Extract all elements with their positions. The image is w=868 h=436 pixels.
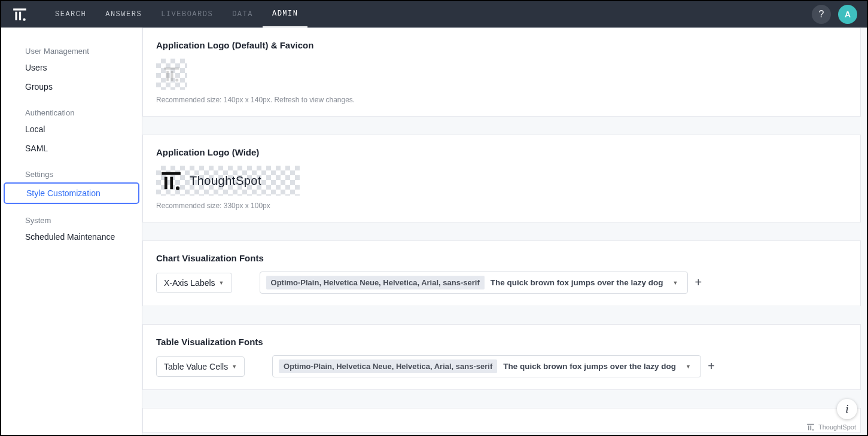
- nav-tab-data[interactable]: DATA: [223, 1, 263, 28]
- footer-brand: ThoughtSpot: [806, 423, 856, 431]
- svg-rect-13: [808, 426, 809, 431]
- logo-wide-upload[interactable]: ThoughtSpot: [156, 166, 300, 196]
- svg-point-3: [23, 19, 25, 21]
- svg-rect-10: [170, 177, 173, 190]
- font-family-tag: Optimo-Plain, Helvetica Neue, Helvetica,…: [279, 359, 497, 373]
- hint-text: Recommended size: 330px x 100px: [156, 202, 847, 210]
- info-fab-button[interactable]: i: [837, 399, 857, 419]
- section-logo-wide: Application Logo (Wide) ThoughtSpot Reco…: [142, 135, 861, 222]
- sidebar-item-saml[interactable]: SAML: [1, 139, 142, 158]
- svg-rect-8: [162, 172, 181, 175]
- svg-rect-12: [807, 424, 814, 425]
- help-icon[interactable]: ?: [812, 5, 831, 24]
- sidebar-item-style-customization[interactable]: Style Customization: [4, 182, 139, 204]
- main-content: Application Logo (Default) & Favicon Rec…: [142, 28, 867, 435]
- sidebar-item-users[interactable]: Users: [1, 58, 142, 77]
- svg-rect-2: [19, 12, 21, 20]
- svg-rect-4: [165, 68, 179, 70]
- section-title: Chart Visualization Fonts: [156, 253, 847, 263]
- nav-tab-search[interactable]: SEARCH: [45, 1, 96, 28]
- chevron-down-icon: ▼: [669, 280, 682, 286]
- section-logo-default: Application Logo (Default) & Favicon Rec…: [142, 28, 861, 117]
- svg-rect-6: [171, 71, 173, 81]
- section-chart-fonts: Chart Visualization Fonts X-Axis Labels …: [142, 240, 861, 306]
- add-font-button[interactable]: +: [692, 276, 705, 289]
- dropdown-value: X-Axis Labels: [164, 278, 215, 288]
- svg-point-11: [176, 187, 179, 190]
- font-sample-text: The quick brown fox jumps over the lazy …: [503, 362, 676, 371]
- section-table-fonts: Table Visualization Fonts Table Value Ce…: [142, 324, 861, 390]
- table-font-select[interactable]: Optimo-Plain, Helvetica Neue, Helvetica,…: [272, 355, 701, 377]
- footer-brand-text: ThoughtSpot: [818, 423, 856, 431]
- svg-rect-5: [166, 71, 169, 81]
- top-nav: SEARCH ANSWERS LIVEBOARDS DATA ADMIN ? A: [1, 1, 867, 28]
- avatar[interactable]: A: [838, 5, 857, 24]
- section-title: Application Logo (Wide): [156, 147, 847, 157]
- svg-rect-0: [13, 8, 26, 10]
- svg-rect-9: [165, 177, 167, 190]
- admin-sidebar: User Management Users Groups Authenticat…: [1, 28, 142, 435]
- brand-word: ThoughtSpot: [190, 174, 261, 188]
- brand-mark-icon: [806, 423, 815, 431]
- app-logo-icon[interactable]: [11, 5, 29, 23]
- chevron-down-icon: ▼: [232, 364, 237, 370]
- sidebar-item-local[interactable]: Local: [1, 120, 142, 139]
- sidebar-head-system: System: [1, 211, 142, 227]
- chevron-down-icon: ▼: [219, 280, 224, 286]
- sidebar-item-scheduled-maintenance[interactable]: Scheduled Maintenance: [1, 227, 142, 246]
- add-font-button[interactable]: +: [705, 359, 718, 373]
- svg-rect-14: [810, 426, 811, 431]
- svg-point-7: [175, 79, 178, 82]
- sidebar-head-authentication: Authentication: [1, 103, 142, 120]
- chevron-down-icon: ▼: [682, 364, 695, 370]
- nav-tabs: SEARCH ANSWERS LIVEBOARDS DATA ADMIN: [45, 1, 307, 28]
- nav-tab-admin[interactable]: ADMIN: [263, 2, 308, 28]
- sidebar-head-user-management: User Management: [1, 42, 142, 58]
- table-font-target-dropdown[interactable]: Table Value Cells ▼: [156, 356, 245, 377]
- chart-font-select[interactable]: Optimo-Plain, Helvetica Neue, Helvetica,…: [260, 272, 689, 294]
- logo-default-upload[interactable]: [156, 59, 187, 90]
- font-sample-text: The quick brown fox jumps over the lazy …: [491, 278, 663, 287]
- sidebar-item-groups[interactable]: Groups: [1, 77, 142, 96]
- nav-tab-liveboards[interactable]: LIVEBOARDS: [151, 1, 223, 28]
- chart-font-target-dropdown[interactable]: X-Axis Labels ▼: [156, 273, 232, 293]
- svg-rect-1: [15, 12, 17, 20]
- section-title: Application Logo (Default) & Favicon: [156, 40, 847, 50]
- svg-point-15: [812, 429, 814, 431]
- nav-tab-answers[interactable]: ANSWERS: [96, 1, 151, 28]
- section-title: Table Visualization Fonts: [156, 337, 847, 347]
- sidebar-head-settings: Settings: [1, 165, 142, 181]
- section-next-peek: [142, 408, 861, 433]
- hint-text: Recommended size: 140px x 140px. Refresh…: [156, 96, 847, 104]
- font-family-tag: Optimo-Plain, Helvetica Neue, Helvetica,…: [266, 276, 485, 289]
- dropdown-value: Table Value Cells: [164, 362, 228, 371]
